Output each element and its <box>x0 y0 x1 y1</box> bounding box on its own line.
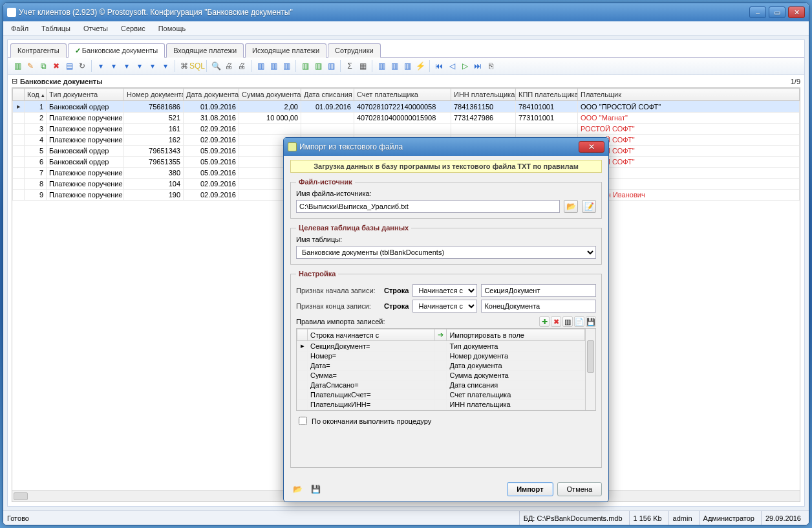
col-date[interactable]: Дата документа <box>184 89 239 101</box>
start-value-input[interactable] <box>481 284 596 297</box>
menu-tables[interactable]: Таблицы <box>39 23 73 34</box>
target-table-group: Целевая таблица базы данных Имя таблицы:… <box>290 224 602 265</box>
maximize-button[interactable]: ▭ <box>769 6 785 18</box>
layout1-icon[interactable]: ▥ <box>376 60 387 72</box>
first-icon[interactable]: ⏮ <box>433 60 445 72</box>
table-row[interactable]: 3Платежное поручение16102.09.2016РОСТОЙ … <box>13 124 800 135</box>
save-settings-icon[interactable]: 💾 <box>308 483 323 496</box>
edit-file-button[interactable]: 📝 <box>582 200 596 213</box>
refresh-icon[interactable]: ↻ <box>76 60 88 72</box>
dialog-close-button[interactable]: ✕ <box>579 141 604 153</box>
filter4-icon[interactable]: ▾ <box>134 60 145 72</box>
end-value-input[interactable] <box>481 300 596 313</box>
card-icon[interactable]: ▤ <box>63 60 75 72</box>
tab-incoming[interactable]: Входящие платежи <box>166 43 244 58</box>
open-settings-icon[interactable]: 📂 <box>290 483 304 496</box>
table-row[interactable]: 2Платежное поручение52131.08.201610 000,… <box>13 113 800 124</box>
rule-row[interactable]: Сумма=Сумма документа <box>297 371 585 380</box>
filter5-icon[interactable]: ▾ <box>147 60 158 72</box>
word-icon[interactable]: ▥ <box>325 60 337 72</box>
tab-outgoing[interactable]: Исходящие платежи <box>245 43 326 58</box>
rule-export-icon[interactable]: 📄 <box>574 316 584 327</box>
layout3-icon[interactable]: ▥ <box>401 60 413 72</box>
rule-add-icon[interactable]: ✚ <box>539 316 550 327</box>
col-num[interactable]: Номер документа <box>124 89 184 101</box>
search-icon[interactable]: 🔍 <box>210 60 222 72</box>
filter1-icon[interactable]: ▾ <box>95 60 107 72</box>
rule-row[interactable]: Дата=Дата документа <box>297 361 585 371</box>
rule-row[interactable]: ДатаСписано=Дата списания <box>297 380 585 390</box>
tab-employees[interactable]: Сотрудники <box>328 43 381 58</box>
filter3-icon[interactable]: ▾ <box>121 60 133 72</box>
collapse-icon[interactable]: ⊟ <box>12 77 17 85</box>
layout2-icon[interactable]: ▥ <box>389 60 400 72</box>
export2-icon[interactable]: ▥ <box>268 60 279 72</box>
rules-label: Правила импорта записей: <box>296 318 385 325</box>
col-sum[interactable]: Сумма документа <box>239 89 301 101</box>
col-payer[interactable]: Плательщик <box>578 89 800 101</box>
col-kpp[interactable]: КПП плательщика <box>516 89 578 101</box>
rules-grid[interactable]: Строка начинается с ➔ Импортировать в по… <box>296 328 596 411</box>
status-ready: Готово <box>7 514 29 522</box>
script-icon[interactable]: ⌘ <box>178 60 190 72</box>
rule-save-icon[interactable]: 💾 <box>586 316 596 327</box>
export1-icon[interactable]: ▥ <box>255 60 266 72</box>
cancel-button[interactable]: Отмена <box>557 482 602 496</box>
rule-row[interactable]: Номер=Номер документа <box>297 351 585 361</box>
rules-col-b[interactable]: Импортировать в поле <box>447 329 585 341</box>
next-icon[interactable]: ▷ <box>459 60 471 72</box>
bolt-icon[interactable]: ⚡ <box>414 60 426 72</box>
menu-file[interactable]: Файл <box>8 23 31 34</box>
menu-reports[interactable]: Отчеты <box>81 23 111 34</box>
copy-icon[interactable]: ⧉ <box>37 60 49 72</box>
end-icon[interactable]: ⎘ <box>485 60 497 72</box>
close-button[interactable]: ✕ <box>788 6 805 18</box>
tab-counterparties[interactable]: Контрагенты <box>10 43 67 58</box>
col-dlist[interactable]: Дата списания <box>301 89 354 101</box>
last-icon[interactable]: ⏭ <box>472 60 484 72</box>
import-button[interactable]: Импорт <box>507 482 553 496</box>
print2-icon[interactable]: 🖨 <box>236 60 248 72</box>
col-inn[interactable]: ИНН плательщика <box>451 89 516 101</box>
start-condition-select[interactable]: Начинается с <box>412 284 477 297</box>
edit-icon[interactable]: ✎ <box>25 60 36 72</box>
target-legend: Целевая таблица базы данных <box>296 224 411 232</box>
target-label: Имя таблицы: <box>296 236 342 243</box>
sql-icon[interactable]: SQL <box>191 60 203 72</box>
col-code[interactable]: Код ▴ <box>25 89 47 101</box>
post-procedure-checkbox[interactable] <box>299 417 307 425</box>
menu-service[interactable]: Сервис <box>118 23 148 34</box>
rule-row[interactable]: ПлательщикИНН=ИНН плательщика <box>297 400 585 410</box>
target-table-select[interactable]: Банковские документы (tblBankDocuments) <box>296 246 596 259</box>
col-acc[interactable]: Счет плательщика <box>354 89 451 101</box>
excel1-icon[interactable]: ▥ <box>299 60 311 72</box>
rule-edit-icon[interactable]: ▥ <box>562 316 573 327</box>
excel2-icon[interactable]: ▥ <box>312 60 324 72</box>
delete-icon[interactable]: ✖ <box>50 60 62 72</box>
prev-icon[interactable]: ◁ <box>446 60 458 72</box>
filter2-icon[interactable]: ▾ <box>108 60 120 72</box>
table-row[interactable]: ▸ 1 Банковский ордер 75681686 01.09.2016… <box>13 101 800 113</box>
print-icon[interactable]: 🖨 <box>223 60 235 72</box>
minimize-button[interactable]: – <box>749 6 766 18</box>
rules-vscrollbar[interactable] <box>585 329 595 410</box>
rule-row[interactable]: ▸СекцияДокумент=Тип документа <box>297 341 585 351</box>
rule-row[interactable]: ПлательщикСчет=Счет плательщика <box>297 390 585 400</box>
rule-delete-icon[interactable]: ✖ <box>551 316 561 327</box>
tab-bank-documents[interactable]: ✓Банковские документы <box>68 43 165 58</box>
rule-row[interactable]: ПлательщикКПП=КПП плательщика <box>297 410 585 412</box>
col-type[interactable]: Тип документа <box>47 89 124 101</box>
chart-icon[interactable]: ▦ <box>357 60 369 72</box>
settings-group: Настройка Признак начала записи: Строка … <box>290 270 602 468</box>
browse-button[interactable]: 📂 <box>564 200 578 213</box>
new-icon[interactable]: ▥ <box>12 60 23 72</box>
end-condition-select[interactable]: Начинается с <box>412 300 477 313</box>
export3-icon[interactable]: ▥ <box>281 60 292 72</box>
status-date: 29.09.2016 <box>761 511 805 525</box>
sum-icon[interactable]: Σ <box>344 60 356 72</box>
filter6-icon[interactable]: ▾ <box>160 60 171 72</box>
status-bar: Готово БД: C:\PsBankDocuments.mdb 1 156 … <box>3 511 809 525</box>
rules-col-a[interactable]: Строка начинается с <box>308 329 435 341</box>
source-file-input[interactable] <box>296 200 560 213</box>
menu-help[interactable]: Помощь <box>156 23 189 34</box>
